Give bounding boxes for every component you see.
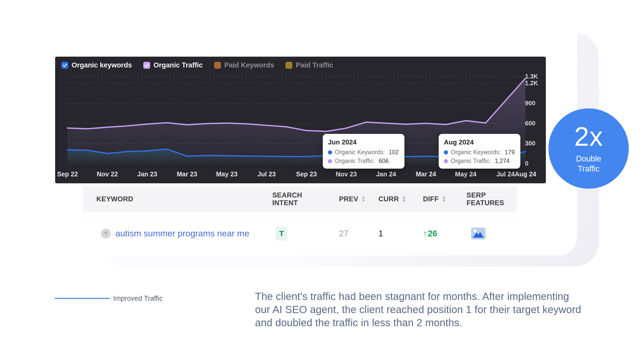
- chart-tooltip-aug-2024: Aug 2024 Organic Keywords: 179 Organic T…: [439, 134, 520, 169]
- column-header-diff[interactable]: DIFF: [418, 195, 460, 203]
- y-tick-label: 600: [525, 120, 535, 127]
- tooltip-label: Organic Keywords:: [335, 149, 385, 156]
- diff-value: ↑ 26: [423, 229, 437, 238]
- tooltip-label: Organic Keywords:: [451, 149, 501, 156]
- tooltip-label: Organic Traffic:: [451, 158, 491, 165]
- expand-plus-icon[interactable]: +: [101, 229, 111, 238]
- table-header-row: KEYWORD SEARCH INTENT PREV CURR DIFF SER…: [83, 186, 517, 212]
- legend-item-paid-traffic[interactable]: Paid Traffic: [285, 61, 333, 69]
- improved-traffic-legend: Improved Traffic: [55, 294, 163, 303]
- column-header-serp-features[interactable]: SERP FEATURES: [460, 191, 517, 207]
- tooltip-label: Organic Traffic:: [335, 158, 375, 165]
- checkbox-checked-icon[interactable]: [143, 62, 150, 69]
- x-tick-label: Mar 24: [416, 170, 436, 178]
- checkbox-checked-icon[interactable]: [61, 62, 68, 69]
- checkbox-icon[interactable]: [285, 62, 292, 69]
- sort-arrows-icon[interactable]: [402, 196, 406, 202]
- tooltip-row: Organic Keywords: 102: [328, 149, 399, 156]
- chart-tooltip-jun-2024: Jun 2024 Organic Keywords: 102 Organic T…: [323, 134, 404, 169]
- multiplier-value: 2x: [574, 123, 603, 150]
- badge-caption: Double Traffic: [569, 154, 608, 174]
- tooltip-value: 102: [389, 149, 399, 156]
- search-intent-badge: T: [276, 226, 287, 241]
- legend-label: Organic Traffic: [154, 61, 203, 69]
- legend-label: Organic keywords: [72, 61, 132, 69]
- x-tick-label: Aug 24: [515, 170, 536, 178]
- tooltip-value: 1,274: [495, 158, 510, 165]
- x-tick-label: Mar 23: [177, 170, 197, 178]
- y-tick-label: 1.2K: [525, 80, 538, 87]
- x-tick-label: Jul 24: [496, 170, 515, 178]
- x-tick-label: May 23: [216, 170, 238, 178]
- legend-label: Paid Traffic: [296, 61, 333, 69]
- x-tick-label: Jan 24: [376, 170, 396, 178]
- seo-trend-chart-panel[interactable]: Organic keywords Organic Traffic Paid Ke…: [55, 57, 546, 183]
- tooltip-row: Organic Keywords: 179: [444, 149, 515, 156]
- x-tick-label: Sep 23: [296, 170, 317, 178]
- series-dot-icon: [328, 159, 332, 163]
- y-tick-label: 300: [525, 140, 535, 147]
- up-arrow-icon: ↑: [423, 229, 427, 238]
- keyword-table: KEYWORD SEARCH INTENT PREV CURR DIFF SER…: [83, 186, 517, 249]
- tooltip-title: Aug 2024: [444, 138, 515, 146]
- prev-position-value: 27: [339, 229, 349, 238]
- double-traffic-badge: 2x Double Traffic: [548, 108, 629, 189]
- tooltip-row: Organic Traffic: 1,274: [444, 158, 515, 165]
- legend-item-paid-keywords[interactable]: Paid Keywords: [214, 61, 274, 69]
- series-dot-icon: [444, 150, 448, 154]
- table-row[interactable]: + autism summer programs near me T 27 1 …: [83, 218, 517, 249]
- legend-label: Paid Keywords: [224, 61, 274, 69]
- chart-legend: Organic keywords Organic Traffic Paid Ke…: [61, 61, 333, 69]
- blue-line-swatch: [55, 298, 110, 299]
- series-dot-icon: [444, 159, 448, 163]
- tooltip-value: 606: [379, 158, 389, 165]
- y-tick-label: 1.3K: [525, 73, 538, 80]
- legend-item-organic-keywords[interactable]: Organic keywords: [61, 61, 132, 69]
- x-tick-label: Jul 23: [258, 170, 276, 178]
- x-tick-label: Nov 23: [336, 170, 357, 178]
- sort-arrows-icon[interactable]: [442, 196, 446, 202]
- x-tick-label: Jan 23: [137, 170, 157, 178]
- curr-position-value: 1: [378, 229, 383, 238]
- x-tick-label: Sep 22: [57, 170, 78, 178]
- tooltip-row: Organic Traffic: 606: [328, 158, 399, 165]
- sort-arrows-icon[interactable]: [362, 196, 365, 202]
- tooltip-value: 179: [505, 149, 514, 156]
- x-tick-label: Nov 22: [97, 170, 118, 178]
- keyword-link[interactable]: autism summer programs near me: [115, 228, 249, 238]
- image-icon: [471, 228, 486, 239]
- series-dot-icon: [328, 150, 332, 154]
- column-header-curr[interactable]: CURR: [371, 195, 418, 203]
- y-tick-label: 0: [525, 160, 528, 167]
- column-header-prev[interactable]: PREV: [333, 195, 371, 203]
- tooltip-title: Jun 2024: [328, 138, 399, 146]
- column-header-keyword[interactable]: KEYWORD: [83, 195, 268, 203]
- column-header-search-intent[interactable]: SEARCH INTENT: [268, 191, 333, 207]
- checkbox-icon[interactable]: [214, 62, 221, 69]
- legend-item-organic-traffic[interactable]: Organic Traffic: [143, 61, 203, 69]
- y-tick-label: 900: [525, 100, 535, 107]
- x-tick-label: May 24: [455, 170, 476, 178]
- case-study-description: The client's traffic had been stagnant f…: [255, 290, 585, 329]
- legend-label: Improved Traffic: [113, 295, 163, 303]
